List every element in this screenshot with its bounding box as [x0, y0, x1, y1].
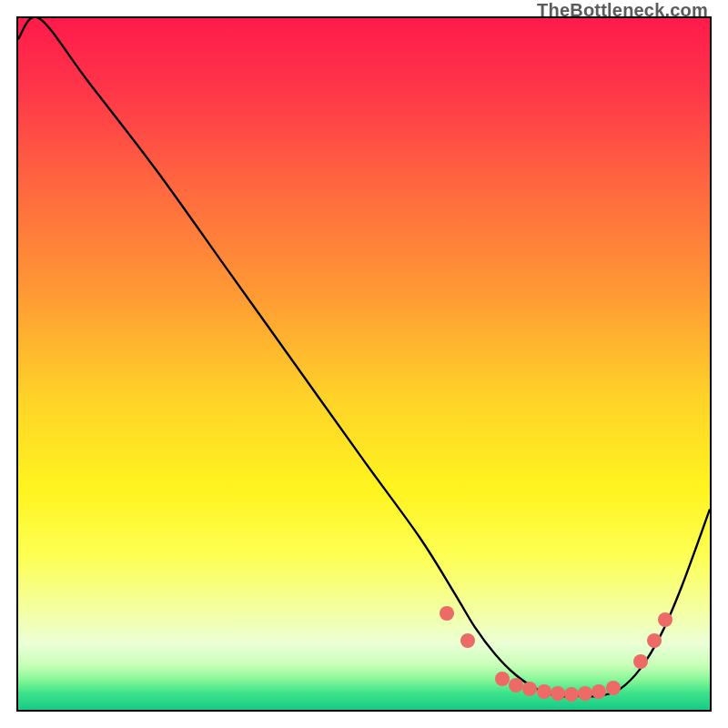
watermark-text: TheBottleneck.com [537, 0, 708, 21]
marker-dot [537, 684, 551, 699]
marker-dot [578, 686, 592, 701]
marker-dot [658, 612, 672, 627]
marker-dot [460, 633, 475, 648]
marker-dot [440, 606, 454, 621]
bottleneck-curve [18, 18, 710, 696]
marker-dot [606, 681, 621, 695]
marker-dot [495, 672, 510, 686]
marker-dot [633, 654, 648, 669]
marker-dot [551, 686, 565, 701]
marker-dot [564, 687, 579, 702]
